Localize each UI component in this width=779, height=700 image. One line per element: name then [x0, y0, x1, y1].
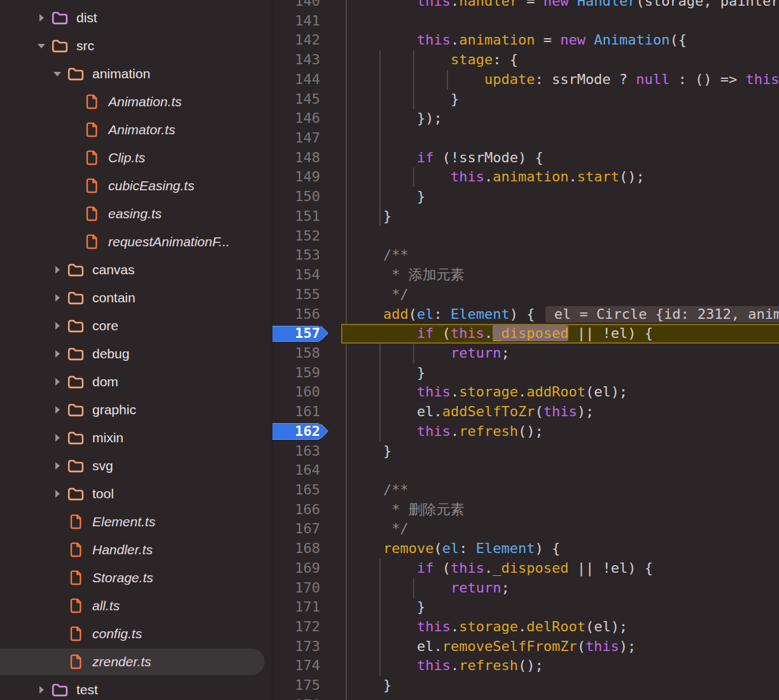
line-number[interactable]: 143: [272, 50, 320, 70]
tree-item-animation[interactable]: animation: [0, 60, 272, 88]
code-line-145[interactable]: 145 }: [272, 90, 779, 109]
tree-item-src[interactable]: src: [0, 32, 272, 60]
code-line-144[interactable]: 144 update: ssrMode ? null : () => this: [272, 70, 779, 90]
line-number[interactable]: 158: [272, 344, 320, 363]
code-line-151[interactable]: 151 }: [272, 207, 779, 227]
tree-item-Storage.ts[interactable]: Storage.ts: [0, 564, 272, 592]
line-number[interactable]: 162: [272, 422, 320, 442]
tree-item-core[interactable]: core: [0, 312, 272, 340]
line-number[interactable]: 174: [272, 656, 320, 676]
code-line-162[interactable]: 162 this.refresh();: [272, 422, 779, 442]
chevron-right-icon[interactable]: [48, 265, 67, 274]
tree-item-dist[interactable]: dist: [0, 4, 272, 32]
line-number[interactable]: 176: [272, 696, 320, 700]
tree-item-svg[interactable]: svg: [0, 452, 272, 480]
line-number[interactable]: 170: [272, 578, 320, 598]
tree-item-requestAnimationF...[interactable]: requestAnimationF...: [0, 228, 272, 256]
code-line-159[interactable]: 159 }: [272, 363, 779, 383]
code-line-173[interactable]: 173 el.removeSelfFromZr(this);: [272, 637, 779, 657]
line-number[interactable]: 153: [272, 246, 320, 265]
code-line-148[interactable]: 148 if (!ssrMode) {: [272, 148, 779, 168]
code-line-172[interactable]: 172 this.storage.delRoot(el);: [272, 617, 779, 637]
line-number[interactable]: 148: [272, 148, 320, 168]
line-number[interactable]: 173: [272, 637, 320, 657]
line-number[interactable]: 163: [272, 442, 320, 461]
line-number[interactable]: 144: [272, 70, 320, 90]
line-number[interactable]: 140: [272, 0, 320, 11]
line-number[interactable]: 175: [272, 676, 320, 696]
code-line-175[interactable]: 175 }: [272, 676, 779, 696]
code-line-154[interactable]: 154 * 添加元素: [272, 265, 779, 285]
line-number[interactable]: 171: [272, 598, 320, 617]
chevron-right-icon[interactable]: [48, 405, 67, 414]
line-number[interactable]: 142: [272, 31, 320, 50]
code-line-171[interactable]: 171 }: [272, 598, 779, 617]
tree-item-Animator.ts[interactable]: Animator.ts: [0, 116, 272, 144]
tree-item-cubicEasing.ts[interactable]: cubicEasing.ts: [0, 172, 272, 200]
code-line-164[interactable]: 164: [272, 461, 779, 480]
tree-item-Element.ts[interactable]: Element.ts: [0, 508, 272, 536]
tree-item-all.ts[interactable]: all.ts: [0, 592, 272, 620]
tree-item-contain[interactable]: contain: [0, 284, 272, 312]
line-number[interactable]: 146: [272, 109, 320, 129]
tree-item-Clip.ts[interactable]: Clip.ts: [0, 144, 272, 172]
line-number[interactable]: 152: [272, 227, 320, 246]
chevron-right-icon[interactable]: [48, 433, 67, 442]
code-line-143[interactable]: 143 stage: {: [272, 50, 779, 70]
line-number[interactable]: 164: [272, 461, 320, 480]
code-line-147[interactable]: 147: [272, 129, 779, 148]
chevron-right-icon[interactable]: [48, 489, 67, 498]
tree-item-graphic[interactable]: graphic: [0, 396, 272, 424]
line-number[interactable]: 141: [272, 11, 320, 31]
code-line-141[interactable]: 141: [272, 11, 779, 31]
line-number[interactable]: 168: [272, 539, 320, 559]
line-number[interactable]: 151: [272, 207, 320, 227]
code-line-152[interactable]: 152: [272, 227, 779, 246]
line-number[interactable]: 154: [272, 265, 320, 285]
tree-item-mixin[interactable]: mixin: [0, 424, 272, 452]
line-number[interactable]: 150: [272, 187, 320, 207]
chevron-right-icon[interactable]: [48, 349, 67, 358]
code-line-158[interactable]: 158 return;: [272, 344, 779, 363]
chevron-right-icon[interactable]: [48, 321, 67, 330]
line-number[interactable]: 167: [272, 519, 320, 539]
tree-item-easing.ts[interactable]: easing.ts: [0, 200, 272, 228]
code-line-142[interactable]: 142 this.animation = new Animation({: [272, 31, 779, 50]
chevron-right-icon[interactable]: [32, 13, 51, 22]
tree-item-debug[interactable]: debug: [0, 340, 272, 368]
line-number[interactable]: 161: [272, 402, 320, 422]
code-line-156[interactable]: 156 add(el: Element) { el = Circle {id: …: [272, 305, 779, 325]
code-line-146[interactable]: 146 });: [272, 109, 779, 129]
tree-item-test[interactable]: test: [0, 676, 272, 700]
line-number[interactable]: 165: [272, 480, 320, 500]
code-line-176[interactable]: 176: [272, 696, 779, 700]
tree-item-tool[interactable]: tool: [0, 480, 272, 508]
line-number[interactable]: 149: [272, 167, 320, 187]
line-number[interactable]: 166: [272, 500, 320, 520]
tree-item-canvas[interactable]: canvas: [0, 256, 272, 284]
line-number[interactable]: 160: [272, 382, 320, 402]
chevron-down-icon[interactable]: [32, 43, 51, 49]
chevron-right-icon[interactable]: [48, 293, 67, 302]
chevron-right-icon[interactable]: [32, 685, 51, 694]
code-line-165[interactable]: 165 /**: [272, 480, 779, 500]
tree-item-Animation.ts[interactable]: Animation.ts: [0, 88, 272, 116]
code-line-166[interactable]: 166 * 删除元素: [272, 500, 779, 520]
line-number[interactable]: 172: [272, 617, 320, 637]
line-number[interactable]: 147: [272, 129, 320, 148]
code-line-170[interactable]: 170 return;: [272, 578, 779, 598]
line-number[interactable]: 155: [272, 285, 320, 305]
line-number[interactable]: 145: [272, 90, 320, 109]
code-line-169[interactable]: 169 if (this._disposed || !el) {: [272, 559, 779, 578]
line-number[interactable]: 159: [272, 363, 320, 383]
code-line-160[interactable]: 160 this.storage.addRoot(el);: [272, 382, 779, 402]
code-line-161[interactable]: 161 el.addSelfToZr(this);: [272, 402, 779, 422]
code-line-150[interactable]: 150 }: [272, 187, 779, 207]
code-line-149[interactable]: 149 this.animation.start();: [272, 167, 779, 187]
tree-item-zrender.ts[interactable]: zrender.ts: [0, 648, 272, 676]
code-line-174[interactable]: 174 this.refresh();: [272, 656, 779, 676]
code-line-153[interactable]: 153 /**: [272, 246, 779, 265]
chevron-down-icon[interactable]: [48, 71, 67, 77]
code-line-168[interactable]: 168 remove(el: Element) {: [272, 539, 779, 559]
code-line-155[interactable]: 155 */: [272, 285, 779, 305]
